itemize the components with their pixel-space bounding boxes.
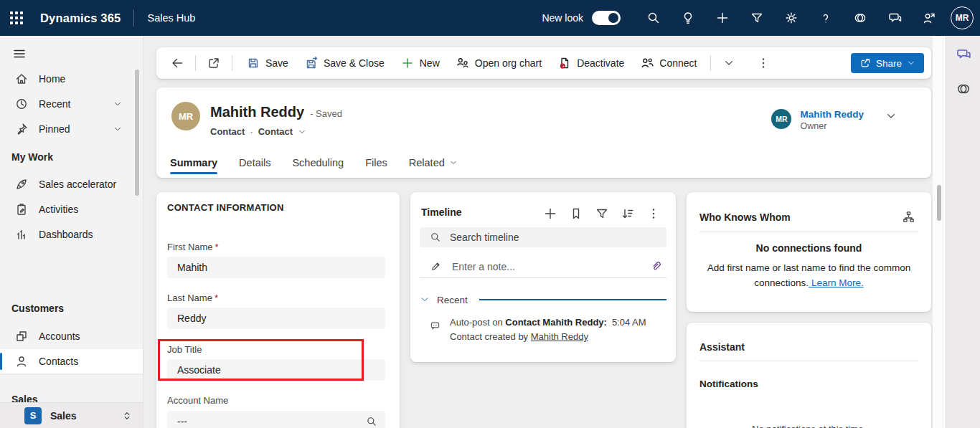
pencil-icon — [430, 260, 442, 272]
gear-icon — [784, 11, 798, 25]
form-selector-label[interactable]: Contact — [258, 126, 293, 137]
chevron-down-icon — [907, 59, 915, 67]
deactivate-button[interactable]: Deactivate — [550, 52, 632, 75]
account-name-lookup-input[interactable]: --- — [167, 411, 385, 428]
suggestions-button[interactable] — [671, 0, 705, 36]
timeline-entry-line2: Contact created by Mahith Reddy — [450, 331, 588, 342]
account-avatar[interactable]: MR — [951, 6, 974, 29]
timeline-bookmark-button[interactable] — [563, 204, 589, 223]
question-mark-icon — [819, 11, 833, 25]
timeline-note-input[interactable]: Enter a note... — [420, 255, 666, 278]
chevron-down-icon[interactable] — [885, 110, 897, 122]
timeline-filter-button[interactable] — [589, 204, 615, 223]
paperclip-icon[interactable] — [650, 260, 662, 272]
more-commands-chevron-button[interactable] — [717, 52, 741, 75]
job-title-input[interactable]: Associate — [167, 359, 385, 381]
no-connections-message: No connections found — [687, 242, 931, 254]
bar-chart-icon — [14, 227, 29, 242]
kebab-menu-icon — [646, 206, 661, 221]
main-scrollbar-thumb[interactable] — [937, 185, 941, 221]
copilot-rail-button[interactable] — [954, 80, 973, 98]
divider — [699, 232, 918, 232]
button-label: Share — [876, 58, 902, 69]
chat-bubble-icon — [887, 11, 902, 25]
settings-button[interactable] — [774, 0, 809, 36]
timeline-search-input[interactable]: Search timeline — [420, 227, 666, 247]
site-map-sidebar: Home Recent Pinned My Work Sales acceler… — [0, 36, 143, 428]
sidebar-item-label: Sales accelerator — [39, 179, 116, 190]
sidebar-item-label: Pinned — [39, 123, 70, 135]
back-arrow-icon — [170, 56, 184, 70]
new-look-toggle[interactable] — [592, 11, 621, 25]
share-button[interactable]: Share — [851, 53, 924, 73]
home-icon — [14, 72, 29, 86]
app-launcher-waffle-icon[interactable] — [0, 0, 33, 36]
tab-summary[interactable]: Summary — [170, 148, 217, 178]
tab-label: Related — [409, 157, 445, 168]
first-name-input[interactable]: Mahith — [167, 257, 385, 278]
timeline-more-button[interactable] — [641, 204, 666, 223]
no-connections-help-text: Add first name or last name to find the … — [697, 260, 921, 290]
chevron-down-icon[interactable] — [420, 295, 430, 305]
button-label: Deactivate — [577, 57, 624, 69]
copilot-button[interactable] — [843, 0, 877, 36]
help-button[interactable] — [809, 0, 843, 36]
timeline-add-button[interactable] — [537, 204, 563, 223]
owner-name-link[interactable]: Mahith Reddy — [800, 109, 864, 120]
sidebar-item-pinned[interactable]: Pinned — [0, 117, 143, 141]
connect-button[interactable]: Connect — [632, 52, 705, 75]
sidebar-section-customers: Customers — [11, 303, 64, 314]
plus-icon — [715, 11, 730, 25]
last-name-input[interactable]: Reddy — [167, 308, 385, 329]
right-side-rail — [946, 36, 980, 428]
advanced-filter-button[interactable] — [740, 0, 774, 36]
created-by-link[interactable]: Mahith Reddy — [531, 331, 588, 342]
tab-details[interactable]: Details — [239, 148, 270, 178]
collapse-sidebar-button[interactable] — [12, 45, 37, 62]
back-button[interactable] — [165, 52, 189, 75]
sidebar-item-label: Recent — [39, 98, 70, 110]
bookmark-icon — [569, 206, 583, 221]
open-in-new-window-button[interactable] — [202, 52, 226, 75]
sidebar-item-activities[interactable]: Activities — [0, 197, 143, 222]
sidebar-item-home[interactable]: Home — [0, 67, 143, 91]
tab-scheduling[interactable]: Scheduling — [292, 148, 344, 178]
sidebar-item-accounts[interactable]: Accounts — [0, 324, 143, 348]
record-avatar: MR — [171, 102, 200, 130]
no-notifications-text: No notifications at this time. — [687, 424, 931, 428]
learn-more-link[interactable]: Learn More. — [809, 277, 864, 288]
teams-chat-rail-button[interactable] — [954, 45, 973, 64]
new-button[interactable]: New — [392, 52, 448, 75]
chat-button[interactable] — [877, 0, 912, 36]
org-chart-icon[interactable] — [902, 210, 915, 224]
hamburger-icon — [12, 47, 27, 61]
quick-create-button[interactable] — [705, 0, 740, 36]
accounts-icon — [14, 329, 29, 343]
contacts-icon — [14, 354, 29, 368]
save-and-close-button[interactable]: Save & Close — [296, 52, 392, 75]
save-button[interactable]: Save — [238, 52, 296, 75]
sidebar-scrollbar[interactable] — [135, 70, 139, 196]
rocket-icon — [14, 177, 29, 191]
assistant-section: Assistant Notifications No notifications… — [687, 323, 931, 428]
sidebar-item-recent[interactable]: Recent — [0, 92, 143, 116]
tab-files[interactable]: Files — [365, 148, 387, 178]
entity-type-label: Contact — [210, 126, 245, 137]
search-button[interactable] — [636, 0, 671, 36]
sidebar-item-dashboards[interactable]: Dashboards — [0, 222, 143, 247]
overflow-menu-button[interactable] — [751, 52, 776, 75]
sidebar-item-sales-accelerator[interactable]: Sales accelerator — [0, 172, 143, 196]
lookup-search-icon[interactable] — [366, 416, 377, 427]
share-user-button[interactable] — [912, 0, 946, 36]
chevron-down-icon — [449, 158, 458, 167]
sidebar-item-label: Dashboards — [39, 229, 93, 240]
sidebar-item-contacts[interactable]: Contacts — [0, 349, 143, 374]
area-switcher[interactable]: S Sales — [0, 402, 143, 428]
clipboard-icon — [14, 202, 29, 217]
filter-icon — [595, 206, 609, 221]
tab-related[interactable]: Related — [409, 148, 458, 178]
open-org-chart-button[interactable]: Open org chart — [448, 52, 550, 75]
timeline-title: Timeline — [421, 206, 462, 218]
new-plus-icon — [400, 56, 415, 70]
timeline-sort-button[interactable] — [615, 204, 641, 223]
